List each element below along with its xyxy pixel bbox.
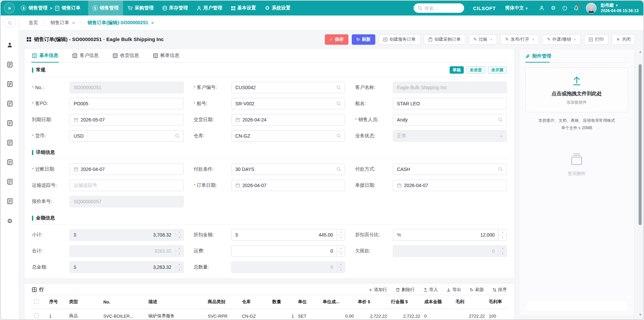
attachment-dropzone[interactable]: 点击或拖拽文件到此处 添加新附件	[525, 67, 628, 112]
payment-method-input[interactable]: CASH	[393, 164, 507, 175]
menu-item-sales[interactable]: $ 销售管理	[88, 1, 123, 15]
post-button[interactable]: ✎过账∨	[469, 34, 497, 45]
notifications-button[interactable]	[571, 5, 581, 11]
sidebar-expand-button[interactable]: »	[4, 3, 15, 13]
sidebar-item-profile[interactable]	[1, 35, 19, 55]
import-button[interactable]: 导入	[423, 287, 438, 293]
sidebar-item-document-7[interactable]	[1, 172, 19, 191]
user-block[interactable]: 彭伟建∨ 2026-04-08 15:36:13	[601, 3, 639, 13]
discount-amount-input[interactable]: $445.00∧∨	[231, 229, 345, 241]
search-icon[interactable]	[498, 117, 503, 122]
scroll-down-arrow[interactable]: ▼	[639, 313, 641, 317]
global-search[interactable]	[414, 3, 464, 13]
column-header[interactable]: 行金额 $	[389, 295, 422, 309]
column-header[interactable]: 单位成...	[320, 295, 355, 309]
form-tab-basic-info[interactable]: 基本信息	[32, 49, 58, 62]
discount-percent-input[interactable]: %12.000∧∨	[393, 229, 507, 241]
column-header[interactable]: 序号	[47, 295, 67, 309]
stepper[interactable]: ∧∨	[499, 229, 507, 241]
sidebar-item-document-6[interactable]	[1, 152, 19, 172]
vessel-name-input[interactable]: STAR LEO	[393, 98, 507, 109]
document-date-input[interactable]: 2026-04-07	[393, 180, 507, 191]
warehouse-input[interactable]: CN-GZ	[231, 130, 345, 142]
search-icon[interactable]	[336, 167, 341, 172]
tab-home[interactable]: 首页	[28, 20, 44, 26]
save-button[interactable]: ✓保存	[325, 34, 348, 45]
stepper[interactable]: ∧∨	[337, 245, 345, 257]
language-selector[interactable]: 简体中文 ∨	[505, 5, 528, 11]
sidebar-item-document-1[interactable]	[1, 55, 19, 74]
tab-sales-orders[interactable]: 销售订单✕	[44, 20, 81, 26]
close-icon[interactable]: ✕	[151, 21, 154, 25]
scrollbar-thumb[interactable]	[639, 64, 642, 225]
customer-code-input[interactable]: CUS0042	[231, 82, 345, 93]
column-header[interactable]: 毛利率	[487, 295, 507, 309]
form-tab-customer-info[interactable]: 客户信息	[72, 49, 99, 62]
tracking-no-input[interactable]: 运输追踪号	[70, 180, 184, 191]
column-header[interactable]: No.	[101, 295, 146, 309]
stepper[interactable]: ∧∨	[337, 229, 345, 241]
void-revoke-button[interactable]: ✎作废/撤销∨	[542, 34, 581, 45]
posting-date-input[interactable]: 2026-04-07	[70, 164, 184, 175]
refresh-rows-button[interactable]: ↻刷新	[470, 287, 484, 293]
menu-item-purchase[interactable]: 采购管理	[123, 1, 158, 15]
tab-sales-order-edit[interactable]: 销售订单(编辑)-SO00000251✕	[81, 20, 160, 26]
refresh-button[interactable]: ↻刷新	[352, 34, 375, 45]
close-icon[interactable]: ✕	[72, 21, 75, 25]
form-tab-shipping-info[interactable]: 收货信息	[113, 49, 139, 62]
column-header[interactable]: 仓库	[240, 295, 270, 309]
create-purchase-order-button[interactable]: 创建采购订单	[424, 34, 465, 45]
avatar[interactable]	[586, 3, 597, 13]
print-button[interactable]: 打印	[584, 34, 608, 45]
menu-item-inventory[interactable]: 库存管理	[158, 1, 192, 15]
menu-item-users[interactable]: 用户管理	[192, 1, 227, 15]
sidebar-search-button[interactable]	[3, 19, 16, 27]
column-header[interactable]: 数量	[270, 295, 296, 309]
salesperson-input[interactable]: Andy	[393, 114, 507, 126]
column-header[interactable]: 类型	[67, 295, 101, 309]
search-icon[interactable]	[498, 167, 503, 172]
add-row-button[interactable]: +添加行	[369, 287, 387, 293]
delivery-date-input[interactable]: 2026-04-24	[231, 114, 345, 126]
search-icon[interactable]	[175, 134, 180, 138]
row-checkbox[interactable]	[34, 313, 39, 318]
column-header[interactable]: 单位	[296, 295, 320, 309]
sidebar-item-document-8[interactable]	[1, 191, 19, 211]
sidebar-item-document-2[interactable]	[1, 74, 19, 94]
sidebar-item-document-5[interactable]	[1, 133, 19, 152]
select-all-checkbox[interactable]	[34, 299, 39, 304]
freight-input[interactable]: 0∧∨	[231, 245, 345, 257]
search-icon[interactable]	[336, 134, 341, 138]
column-header[interactable]: 成本金额	[422, 295, 454, 309]
scroll-up-arrow[interactable]: ▲	[639, 50, 641, 54]
create-service-order-button[interactable]: 创建服务订单	[379, 34, 420, 45]
profile-icon-button[interactable]	[537, 5, 547, 11]
breadcrumb-module[interactable]: 销售管理	[29, 5, 47, 11]
column-header[interactable]: 单价 $	[356, 295, 389, 309]
order-date-input[interactable]: 2026-04-07	[231, 180, 345, 191]
currency-input[interactable]: USD	[70, 130, 184, 142]
form-tab-billing-info[interactable]: 帐单信息	[153, 49, 179, 62]
search-icon[interactable]	[336, 85, 341, 90]
sidebar-item-settings[interactable]: ⚙	[1, 211, 19, 230]
column-header[interactable]: 描述	[146, 295, 206, 309]
menu-item-basic-settings[interactable]: 基本设置	[227, 1, 261, 15]
vertical-scrollbar[interactable]: ▲ ▼	[638, 50, 642, 317]
sidebar-item-document-3[interactable]	[1, 94, 19, 113]
export-button[interactable]: 导出	[447, 287, 461, 293]
column-header[interactable]: 毛利	[454, 295, 487, 309]
table-row[interactable]: 1 商品 SVC-BOILER... 锅炉保养服务 SVC-RPR CN-GZ …	[32, 309, 507, 320]
settings-icon-button[interactable]: ⚙	[548, 5, 558, 11]
sidebar-item-document-4[interactable]	[1, 113, 19, 133]
due-date-input[interactable]: 2026-05-07	[70, 114, 184, 126]
publish-open-button[interactable]: ✎发布/打开∨	[500, 34, 539, 45]
search-input[interactable]	[424, 6, 460, 11]
payment-terms-input[interactable]: 30 DAYS	[231, 164, 345, 175]
sort-button[interactable]: 排序	[493, 287, 507, 293]
column-header[interactable]: 商品类别	[206, 295, 240, 309]
search-icon[interactable]	[336, 101, 341, 106]
vessel-code-input[interactable]: SR-V002	[231, 98, 345, 109]
logout-icon-button[interactable]	[560, 5, 570, 11]
delete-row-button[interactable]: 删除行	[396, 287, 415, 293]
customer-po-input[interactable]: PO005	[70, 98, 184, 109]
